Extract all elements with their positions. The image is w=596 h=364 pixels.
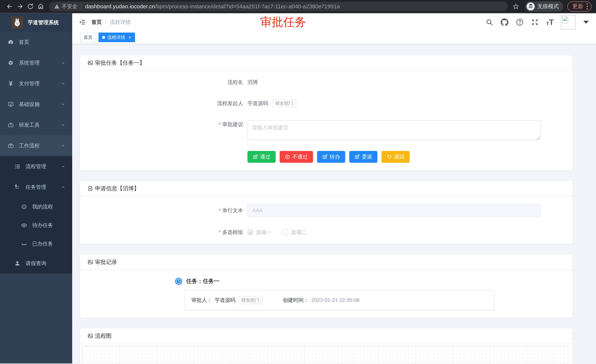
sidebar-toggle-icon[interactable]	[78, 18, 87, 27]
address-bar[interactable]: 不安全 dashboard.yudao.iocoder.cn/bpm/proce…	[49, 2, 508, 11]
ordered-list-icon	[14, 163, 21, 170]
sidebar-logo-row[interactable]: 芋道管理系统	[0, 13, 72, 32]
field-label-required: 审批建议	[88, 120, 247, 129]
reject-button[interactable]: 不通过	[280, 151, 313, 163]
yen-icon: ¥	[7, 80, 14, 87]
field-label: 流程名	[88, 78, 247, 86]
process-name-value: 滔博	[247, 78, 258, 86]
chevron-down-icon	[61, 60, 66, 65]
approval-timeline: 任务：任务一 审批人： 芋道源码 研发部门 创建时间： 2022-01-21 2…	[175, 277, 565, 310]
url-text: dashboard.yudao.iocoder.cn/bpm/process-i…	[85, 3, 340, 10]
card-title: 申请信息【滔博】	[95, 185, 139, 192]
card-header: 流程图	[80, 328, 573, 344]
rabbit-logo	[11, 16, 23, 29]
delegate-button[interactable]: 委派	[349, 151, 377, 163]
edit-icon	[354, 154, 360, 160]
create-time-value: 2022-01-21 22:35:08	[311, 297, 359, 303]
timeline-task-row: 任务：任务一	[175, 277, 565, 285]
fullscreen-icon[interactable]	[531, 18, 539, 26]
checkbox-option-2[interactable]: 选项二	[283, 229, 307, 236]
suggestion-textarea[interactable]	[247, 120, 541, 140]
clock-icon	[175, 278, 182, 285]
approval-record-box: 审批人： 芋道源码 研发部门 创建时间： 2022-01-21 22:35:08	[184, 290, 494, 310]
incognito-label: 无痕模式	[537, 3, 559, 10]
checkbox-icon	[247, 230, 253, 235]
monitor-icon	[7, 101, 14, 108]
home-icon[interactable]	[36, 1, 46, 12]
broken-image-icon	[562, 16, 568, 23]
sidebar-item-done-tasks[interactable]: 已办任务	[0, 234, 72, 253]
single-text-input[interactable]	[247, 204, 541, 217]
sidebar-item-todo-tasks[interactable]: 待办任务	[0, 216, 72, 234]
dept-tag: 研发部门	[238, 296, 262, 304]
checkbox-icon	[283, 230, 288, 235]
circle-close-icon	[285, 154, 290, 160]
action-buttons: 通过 不通过 转办 委派	[247, 151, 565, 163]
more-dots-icon[interactable]	[587, 3, 588, 9]
tag-tab-process-detail[interactable]: 流程详情 ×	[98, 33, 135, 42]
security-label: 不安全	[62, 3, 77, 10]
gear-icon	[7, 59, 14, 66]
tag-views-bar: 首页 流程详情 ×	[72, 31, 596, 44]
card-header: 审批任务【任务一】	[80, 55, 573, 71]
approve-button[interactable]: 通过	[247, 151, 276, 163]
sidebar-item-devtools[interactable]: 研发工具	[0, 115, 72, 135]
breadcrumb: 首页 / 流程详情	[91, 19, 131, 26]
breadcrumb-separator: /	[105, 19, 107, 25]
sidebar-item-home[interactable]: 首页	[0, 32, 72, 52]
breadcrumb-home[interactable]: 首页	[91, 19, 102, 26]
tag-tab-home[interactable]: 首页	[80, 33, 96, 42]
dashboard-icon	[7, 39, 14, 45]
form-row-initiator: 流程发起人 芋道源码 研发部门	[88, 99, 565, 108]
search-icon[interactable]	[485, 18, 493, 26]
sidebar-item-system[interactable]: 系统管理	[0, 52, 72, 73]
transfer-button[interactable]: 转办	[317, 151, 345, 163]
create-time-label: 创建时间：	[283, 297, 309, 304]
chevron-down-icon	[61, 123, 66, 127]
close-icon[interactable]: ×	[128, 35, 131, 40]
browser-update-button[interactable]: 更新	[567, 1, 592, 11]
sidebar-item-payment[interactable]: ¥ 支付管理	[0, 73, 72, 94]
sidebar-item-infra[interactable]: 基础设施	[0, 94, 72, 115]
app-title: 芋道管理系统	[28, 19, 59, 26]
checkbox-option-1[interactable]: 选项一	[247, 229, 272, 236]
form-row-process-name: 流程名 滔博	[88, 78, 565, 86]
field-label: 流程发起人	[88, 99, 247, 108]
sidebar-item-my-process[interactable]: 我的流程	[0, 197, 72, 216]
chevron-up-icon	[61, 185, 66, 189]
incognito-icon	[527, 2, 535, 11]
sidebar-item-leave-query[interactable]: 请假查询	[0, 253, 72, 274]
caret-down-icon[interactable]	[583, 21, 589, 24]
bpmn-diagram-canvas[interactable]	[82, 346, 570, 364]
sidebar-item-task-mgmt[interactable]: 任务管理	[0, 177, 72, 197]
bookmark-star-icon[interactable]	[511, 1, 521, 12]
return-button[interactable]: 退回	[381, 151, 410, 163]
security-chip[interactable]: 不安全	[54, 3, 77, 10]
page-content: 审批任务【任务一】 流程名 滔博 流程发起人 芋道源码 研发部门	[72, 44, 596, 364]
sidebar: 芋道管理系统 首页 系统管理 ¥ 支付管理	[0, 13, 72, 364]
chevron-down-icon	[61, 81, 66, 86]
omnibox-divider	[81, 4, 82, 9]
form-row-suggestion: 审批建议	[88, 120, 565, 141]
field-label-required: 单行文本	[88, 206, 247, 215]
sidebar-item-process-mgmt[interactable]: 流程管理	[0, 156, 72, 177]
avatar[interactable]	[561, 15, 576, 29]
approval-record-card: 审批记录 任务：任务一 审批人： 芋道源码	[80, 254, 573, 318]
forward-icon[interactable]	[15, 1, 25, 12]
approver-value: 芋道源码	[215, 297, 235, 304]
github-icon[interactable]	[500, 18, 509, 26]
field-label-required: 多选框组	[88, 228, 247, 236]
sidebar-menu: 首页 系统管理 ¥ 支付管理 基础设施	[0, 32, 72, 274]
back-icon[interactable]	[4, 1, 15, 12]
annotation-text: 审批任务	[260, 15, 306, 29]
font-size-icon[interactable]: TT	[546, 18, 554, 26]
sidebar-item-workflow[interactable]: 工作流程	[0, 135, 72, 156]
picture-icon	[88, 259, 93, 265]
help-icon[interactable]	[516, 18, 524, 26]
update-label: 更新	[572, 3, 583, 10]
create-time-item: 创建时间： 2022-01-21 22:35:08	[283, 297, 359, 304]
reload-icon[interactable]	[25, 1, 36, 12]
card-header: 审批记录	[80, 255, 573, 270]
warning-icon	[54, 4, 60, 9]
document-icon	[88, 186, 93, 191]
